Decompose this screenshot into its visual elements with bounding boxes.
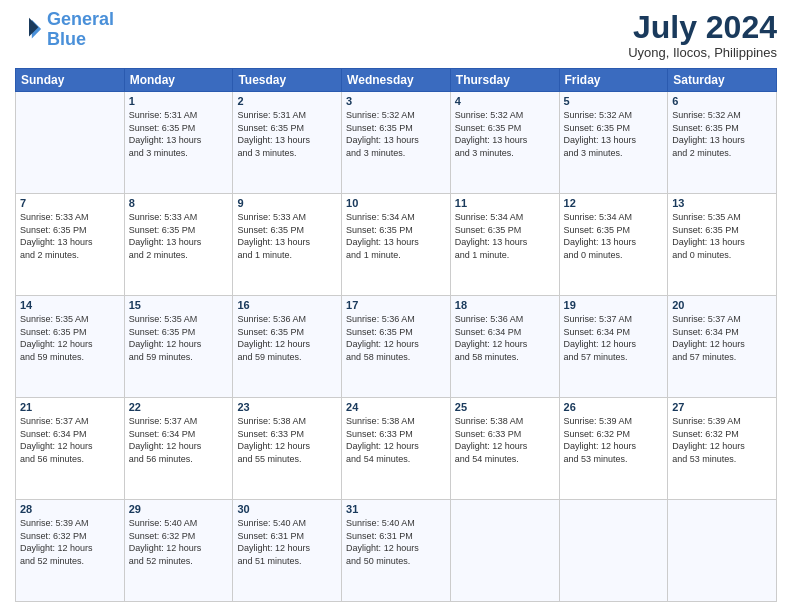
day-info: Sunrise: 5:38 AM Sunset: 6:33 PM Dayligh… [237,415,337,465]
day-info: Sunrise: 5:32 AM Sunset: 6:35 PM Dayligh… [346,109,446,159]
weekday-header-monday: Monday [124,69,233,92]
calendar-cell: 23Sunrise: 5:38 AM Sunset: 6:33 PM Dayli… [233,398,342,500]
weekday-header-row: SundayMondayTuesdayWednesdayThursdayFrid… [16,69,777,92]
day-info: Sunrise: 5:32 AM Sunset: 6:35 PM Dayligh… [564,109,664,159]
day-number: 11 [455,197,555,209]
calendar-cell: 15Sunrise: 5:35 AM Sunset: 6:35 PM Dayli… [124,296,233,398]
logo-line2: Blue [47,29,86,49]
title-block: July 2024 Uyong, Ilocos, Philippines [628,10,777,60]
day-number: 30 [237,503,337,515]
day-number: 13 [672,197,772,209]
day-number: 5 [564,95,664,107]
day-number: 24 [346,401,446,413]
day-number: 6 [672,95,772,107]
logo-line1: General [47,9,114,29]
day-info: Sunrise: 5:37 AM Sunset: 6:34 PM Dayligh… [129,415,229,465]
day-number: 15 [129,299,229,311]
calendar-cell: 5Sunrise: 5:32 AM Sunset: 6:35 PM Daylig… [559,92,668,194]
calendar-cell [16,92,125,194]
day-info: Sunrise: 5:40 AM Sunset: 6:31 PM Dayligh… [346,517,446,567]
day-number: 10 [346,197,446,209]
calendar-cell: 17Sunrise: 5:36 AM Sunset: 6:35 PM Dayli… [342,296,451,398]
calendar-cell: 4Sunrise: 5:32 AM Sunset: 6:35 PM Daylig… [450,92,559,194]
day-info: Sunrise: 5:38 AM Sunset: 6:33 PM Dayligh… [455,415,555,465]
calendar-cell: 8Sunrise: 5:33 AM Sunset: 6:35 PM Daylig… [124,194,233,296]
day-number: 8 [129,197,229,209]
calendar-cell: 21Sunrise: 5:37 AM Sunset: 6:34 PM Dayli… [16,398,125,500]
week-row-5: 28Sunrise: 5:39 AM Sunset: 6:32 PM Dayli… [16,500,777,602]
day-number: 22 [129,401,229,413]
weekday-header-wednesday: Wednesday [342,69,451,92]
calendar-cell: 27Sunrise: 5:39 AM Sunset: 6:32 PM Dayli… [668,398,777,500]
week-row-2: 7Sunrise: 5:33 AM Sunset: 6:35 PM Daylig… [16,194,777,296]
day-number: 21 [20,401,120,413]
day-number: 28 [20,503,120,515]
day-number: 12 [564,197,664,209]
logo-text: General Blue [47,10,114,50]
day-number: 9 [237,197,337,209]
day-number: 23 [237,401,337,413]
day-number: 14 [20,299,120,311]
calendar-cell: 10Sunrise: 5:34 AM Sunset: 6:35 PM Dayli… [342,194,451,296]
day-number: 1 [129,95,229,107]
calendar-cell: 7Sunrise: 5:33 AM Sunset: 6:35 PM Daylig… [16,194,125,296]
calendar-cell: 14Sunrise: 5:35 AM Sunset: 6:35 PM Dayli… [16,296,125,398]
day-info: Sunrise: 5:33 AM Sunset: 6:35 PM Dayligh… [129,211,229,261]
day-number: 2 [237,95,337,107]
calendar-cell [450,500,559,602]
month-year: July 2024 [628,10,777,45]
day-info: Sunrise: 5:39 AM Sunset: 6:32 PM Dayligh… [672,415,772,465]
day-info: Sunrise: 5:39 AM Sunset: 6:32 PM Dayligh… [20,517,120,567]
day-info: Sunrise: 5:34 AM Sunset: 6:35 PM Dayligh… [346,211,446,261]
week-row-3: 14Sunrise: 5:35 AM Sunset: 6:35 PM Dayli… [16,296,777,398]
day-info: Sunrise: 5:35 AM Sunset: 6:35 PM Dayligh… [672,211,772,261]
day-info: Sunrise: 5:33 AM Sunset: 6:35 PM Dayligh… [237,211,337,261]
calendar-cell: 16Sunrise: 5:36 AM Sunset: 6:35 PM Dayli… [233,296,342,398]
day-number: 17 [346,299,446,311]
calendar-cell: 3Sunrise: 5:32 AM Sunset: 6:35 PM Daylig… [342,92,451,194]
day-info: Sunrise: 5:32 AM Sunset: 6:35 PM Dayligh… [672,109,772,159]
day-info: Sunrise: 5:40 AM Sunset: 6:32 PM Dayligh… [129,517,229,567]
day-number: 29 [129,503,229,515]
week-row-4: 21Sunrise: 5:37 AM Sunset: 6:34 PM Dayli… [16,398,777,500]
calendar-cell: 6Sunrise: 5:32 AM Sunset: 6:35 PM Daylig… [668,92,777,194]
calendar-cell: 25Sunrise: 5:38 AM Sunset: 6:33 PM Dayli… [450,398,559,500]
calendar-cell: 30Sunrise: 5:40 AM Sunset: 6:31 PM Dayli… [233,500,342,602]
day-info: Sunrise: 5:38 AM Sunset: 6:33 PM Dayligh… [346,415,446,465]
day-number: 31 [346,503,446,515]
calendar-body: 1Sunrise: 5:31 AM Sunset: 6:35 PM Daylig… [16,92,777,602]
location: Uyong, Ilocos, Philippines [628,45,777,60]
weekday-header-tuesday: Tuesday [233,69,342,92]
calendar-cell [668,500,777,602]
weekday-header-thursday: Thursday [450,69,559,92]
day-number: 19 [564,299,664,311]
day-number: 3 [346,95,446,107]
logo: General Blue [15,10,114,50]
calendar-cell: 9Sunrise: 5:33 AM Sunset: 6:35 PM Daylig… [233,194,342,296]
day-info: Sunrise: 5:33 AM Sunset: 6:35 PM Dayligh… [20,211,120,261]
calendar-table: SundayMondayTuesdayWednesdayThursdayFrid… [15,68,777,602]
logo-icon [15,16,43,44]
calendar-cell: 1Sunrise: 5:31 AM Sunset: 6:35 PM Daylig… [124,92,233,194]
day-info: Sunrise: 5:35 AM Sunset: 6:35 PM Dayligh… [129,313,229,363]
weekday-header-sunday: Sunday [16,69,125,92]
day-info: Sunrise: 5:35 AM Sunset: 6:35 PM Dayligh… [20,313,120,363]
day-info: Sunrise: 5:36 AM Sunset: 6:34 PM Dayligh… [455,313,555,363]
calendar-cell: 18Sunrise: 5:36 AM Sunset: 6:34 PM Dayli… [450,296,559,398]
calendar-cell: 24Sunrise: 5:38 AM Sunset: 6:33 PM Dayli… [342,398,451,500]
day-number: 26 [564,401,664,413]
weekday-header-friday: Friday [559,69,668,92]
calendar-cell: 31Sunrise: 5:40 AM Sunset: 6:31 PM Dayli… [342,500,451,602]
calendar-cell: 13Sunrise: 5:35 AM Sunset: 6:35 PM Dayli… [668,194,777,296]
calendar-cell: 19Sunrise: 5:37 AM Sunset: 6:34 PM Dayli… [559,296,668,398]
day-number: 4 [455,95,555,107]
day-info: Sunrise: 5:37 AM Sunset: 6:34 PM Dayligh… [672,313,772,363]
header: General Blue July 2024 Uyong, Ilocos, Ph… [15,10,777,60]
day-info: Sunrise: 5:39 AM Sunset: 6:32 PM Dayligh… [564,415,664,465]
day-number: 20 [672,299,772,311]
day-info: Sunrise: 5:37 AM Sunset: 6:34 PM Dayligh… [564,313,664,363]
page: General Blue July 2024 Uyong, Ilocos, Ph… [0,0,792,612]
calendar-cell: 20Sunrise: 5:37 AM Sunset: 6:34 PM Dayli… [668,296,777,398]
day-info: Sunrise: 5:34 AM Sunset: 6:35 PM Dayligh… [455,211,555,261]
day-info: Sunrise: 5:31 AM Sunset: 6:35 PM Dayligh… [129,109,229,159]
